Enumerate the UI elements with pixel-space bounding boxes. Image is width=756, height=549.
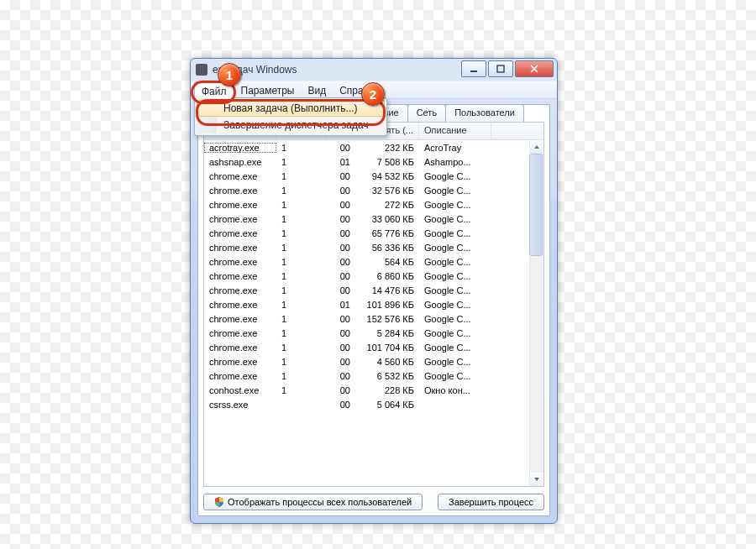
table-row[interactable]: chrome.exe10014 476 КБGoogle C...: [204, 283, 530, 297]
cell: 5 064 КБ: [359, 400, 419, 410]
cell: Google C...: [419, 342, 491, 353]
cell: Google C...: [419, 200, 491, 210]
menu-item-вид[interactable]: Вид: [301, 81, 333, 98]
tab[interactable]: Сеть: [407, 104, 446, 123]
table-row[interactable]: ashsnap.exe1017 508 КБAshampo...: [204, 154, 530, 169]
cell: 5 284 КБ: [359, 328, 419, 338]
cell: Google C...: [419, 243, 491, 253]
cell: 33 060 КБ: [359, 214, 419, 224]
cell: 00: [327, 314, 359, 324]
svg-rect-1: [497, 65, 504, 72]
dropdown-item[interactable]: Новая задача (Выполнить...): [197, 100, 385, 117]
annotation-badge-2: 2: [361, 82, 385, 106]
close-button[interactable]: [515, 60, 554, 77]
table-row[interactable]: chrome.exe1006 860 КБGoogle C...: [204, 269, 530, 283]
cell: 65 776 КБ: [359, 228, 419, 238]
cell: 00: [327, 243, 359, 253]
process-list: Имя образаПользов...ЦППамять (...Описани…: [203, 122, 544, 487]
cell: 00: [327, 228, 359, 238]
client-area: ствиеСетьПользователи Имя образаПользов.…: [197, 104, 550, 516]
cell: Google C...: [419, 371, 491, 381]
cell: chrome.exe: [204, 357, 276, 367]
cell: chrome.exe: [204, 243, 276, 253]
cell: chrome.exe: [204, 342, 276, 353]
cell: Google C...: [419, 171, 491, 181]
cell: csrss.exe: [204, 400, 276, 410]
dropdown-item[interactable]: Завершение диспетчера задач: [197, 117, 385, 133]
cell: 00: [327, 171, 359, 181]
table-row[interactable]: csrss.exe005 064 КБ: [204, 397, 530, 411]
cell: 00: [327, 328, 359, 338]
cell: conhost.exe: [204, 385, 276, 395]
maximize-button[interactable]: [488, 60, 513, 77]
cell: 1: [276, 271, 327, 281]
cell: 7 508 КБ: [359, 157, 419, 167]
cell: Google C...: [419, 186, 491, 196]
cell: chrome.exe: [204, 285, 276, 295]
cell: 1: [276, 143, 327, 153]
cell: 00: [327, 271, 359, 281]
cell: 6 532 КБ: [359, 371, 419, 381]
show-all-users-button[interactable]: Отображать процессы всех пользователей: [203, 494, 423, 510]
table-row[interactable]: chrome.exe1006 532 КБGoogle C...: [204, 369, 530, 383]
table-row[interactable]: chrome.exe100152 576 КБGoogle C...: [204, 311, 530, 326]
cell: 01: [327, 157, 359, 167]
end-process-button[interactable]: Завершить процесс: [438, 494, 544, 510]
table-row[interactable]: chrome.exe101101 896 КБGoogle C...: [204, 297, 530, 311]
table-row[interactable]: chrome.exe10065 776 КБGoogle C...: [204, 226, 530, 240]
cell: 1: [276, 228, 327, 238]
column-header-desc[interactable]: Описание: [419, 123, 491, 139]
table-row[interactable]: chrome.exe1005 284 КБGoogle C...: [204, 326, 530, 340]
scrollbar-track[interactable]: [529, 140, 543, 486]
cell: 1: [276, 385, 327, 395]
cell: 00: [327, 342, 359, 353]
table-row[interactable]: chrome.exe10032 576 КБGoogle C...: [204, 183, 530, 197]
table-row[interactable]: chrome.exe100101 704 КБGoogle C...: [204, 340, 530, 354]
cell: 00: [327, 285, 359, 295]
tab[interactable]: Пользователи: [445, 104, 524, 123]
cell: 101 896 КБ: [359, 300, 419, 310]
cell: 6 860 КБ: [359, 271, 419, 281]
cell: chrome.exe: [204, 257, 276, 267]
table-row[interactable]: chrome.exe10056 336 КБGoogle C...: [204, 240, 530, 254]
cell: Ashampo...: [419, 157, 491, 167]
cell: chrome.exe: [204, 314, 276, 324]
cell: Google C...: [419, 314, 491, 324]
table-row[interactable]: chrome.exe100272 КБGoogle C...: [204, 197, 530, 212]
table-row[interactable]: acrotray.exe100232 КБAcroTray: [204, 140, 530, 154]
cell: chrome.exe: [204, 328, 276, 338]
minimize-button[interactable]: [461, 60, 486, 77]
file-menu-dropdown: Новая задача (Выполнить...)Завершение ди…: [194, 97, 387, 136]
table-row[interactable]: chrome.exe1004 560 КБGoogle C...: [204, 354, 530, 369]
table-row[interactable]: conhost.exe100228 КБОкно кон...: [204, 383, 530, 397]
cell: 152 576 КБ: [359, 314, 419, 324]
cell: Google C...: [419, 328, 491, 338]
cell: 228 КБ: [359, 385, 419, 395]
cell: 32 576 КБ: [359, 186, 419, 196]
table-row[interactable]: chrome.exe10094 532 КБGoogle C...: [204, 169, 530, 183]
cell: chrome.exe: [204, 228, 276, 238]
cell: 1: [276, 257, 327, 267]
task-manager-window: ер задач Windows ФайлПараметрыВидСправка…: [190, 58, 558, 524]
cell: 272 КБ: [359, 200, 419, 210]
table-row[interactable]: chrome.exe100564 КБGoogle C...: [204, 254, 530, 269]
cell: Google C...: [419, 228, 491, 238]
cell: 01: [327, 300, 359, 310]
cell: chrome.exe: [204, 186, 276, 196]
cell: 00: [327, 385, 359, 395]
cell: 56 336 КБ: [359, 243, 419, 253]
cell: 00: [327, 357, 359, 367]
menu-item-параметры[interactable]: Параметры: [234, 81, 302, 98]
cell: Google C...: [419, 257, 491, 267]
cell: Окно кон...: [419, 385, 491, 395]
cell: 14 476 КБ: [359, 285, 419, 295]
table-row[interactable]: chrome.exe10033 060 КБGoogle C...: [204, 212, 530, 226]
cell: AcroTray: [419, 143, 491, 153]
cell: chrome.exe: [204, 371, 276, 381]
bottom-bar: Отображать процессы всех пользователей З…: [203, 487, 544, 510]
cell: 1: [276, 285, 327, 295]
scroll-up-button[interactable]: [530, 140, 543, 154]
scroll-down-button[interactable]: [530, 473, 543, 486]
tab-body: Имя образаПользов...ЦППамять (...Описани…: [203, 122, 544, 510]
scroll-thumb[interactable]: [529, 154, 543, 256]
